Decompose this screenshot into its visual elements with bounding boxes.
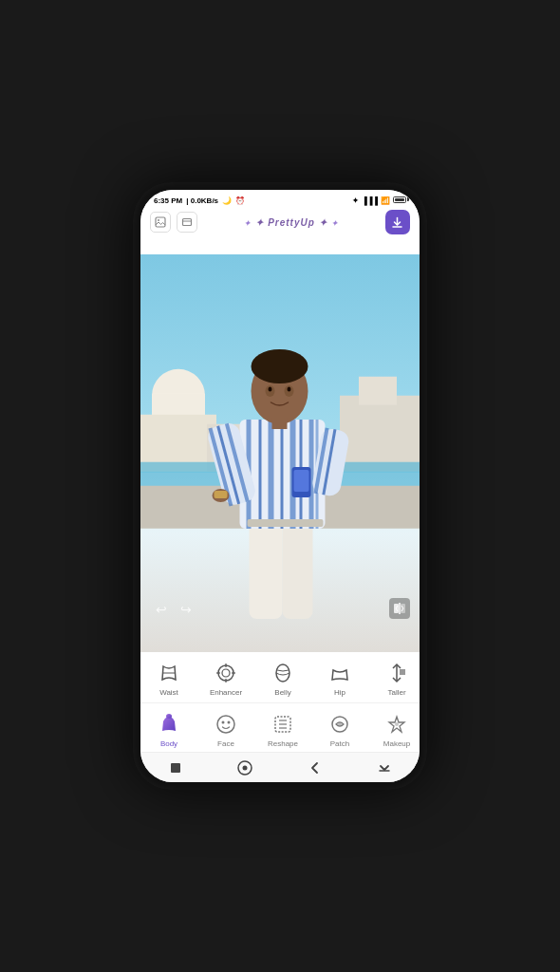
phone-screen: 6:35 PM | 0.0KB/s 🌙 ⏰ ✦ ▐▐▐ 📶 <box>140 190 420 782</box>
svg-rect-42 <box>248 519 324 527</box>
category-face[interactable]: Face <box>197 707 254 750</box>
tools-section: Waist Enhancer <box>140 652 420 752</box>
battery-fill <box>395 198 404 201</box>
waist-icon <box>156 660 182 686</box>
category-reshape[interactable]: Reshape <box>254 707 311 750</box>
category-patch[interactable]: Patch <box>311 707 368 750</box>
tool-waist[interactable]: Waist <box>140 658 197 699</box>
svg-point-49 <box>218 665 233 681</box>
body-cat-icon <box>156 711 182 738</box>
svg-rect-16 <box>283 514 313 619</box>
nav-home-button[interactable] <box>236 759 253 776</box>
category-row: Body Face <box>140 703 420 752</box>
status-time: 6:35 PM <box>154 196 182 205</box>
svg-point-50 <box>222 669 230 677</box>
back-icon <box>308 761 322 775</box>
tool-enhancer[interactable]: Enhancer <box>197 658 254 699</box>
app-title: ✦ ✦ PrettyUp ✦ ✦ <box>244 216 338 228</box>
wifi-icon: 📶 <box>381 196 390 205</box>
phone-device: 6:35 PM | 0.0KB/s 🌙 ⏰ ✦ ▐▐▐ 📶 <box>133 182 427 790</box>
body-cat-label: Body <box>160 739 177 748</box>
person-figure <box>197 334 364 628</box>
image-icon-button[interactable] <box>150 212 171 233</box>
battery-container <box>393 196 406 205</box>
layers-icon-button[interactable] <box>177 212 197 233</box>
status-left: 6:35 PM | 0.0KB/s 🌙 ⏰ <box>154 196 245 205</box>
reshape-cat-label: Reshape <box>268 739 298 748</box>
belly-label: Belly <box>274 688 290 697</box>
reshape-cat-icon <box>270 711 296 738</box>
svg-point-62 <box>217 716 234 733</box>
undo-button[interactable]: ↩ <box>152 600 171 619</box>
svg-point-34 <box>252 349 308 383</box>
status-bar: 6:35 PM | 0.0KB/s 🌙 ⏰ ✦ ▐▐▐ 📶 <box>140 190 420 209</box>
hip-label: Hip <box>334 688 345 697</box>
taller-label: Taller <box>387 688 405 697</box>
download-icon <box>391 216 403 229</box>
photo-controls-left: ↩ ↪ <box>152 600 196 619</box>
compare-button[interactable] <box>389 598 410 619</box>
compare-icon <box>393 602 406 615</box>
tool-hip[interactable]: Hip <box>311 658 368 699</box>
layers-icon <box>181 216 193 228</box>
body-tools-row: Waist Enhancer <box>140 652 420 703</box>
tool-taller[interactable]: Taller <box>368 658 420 699</box>
svg-point-63 <box>222 721 225 724</box>
category-body[interactable]: Body <box>140 707 197 750</box>
svg-point-64 <box>228 721 231 724</box>
signal-icon: ▐▐▐ <box>362 196 378 205</box>
svg-point-1 <box>158 219 159 221</box>
bottom-nav <box>140 752 420 782</box>
svg-rect-12 <box>359 377 397 405</box>
svg-point-38 <box>288 387 291 392</box>
status-network: | 0.0KB/s <box>186 196 218 205</box>
svg-rect-21 <box>281 420 284 529</box>
app-header: ✦ ✦ PrettyUp ✦ ✦ <box>140 209 420 235</box>
moon-icon: 🌙 <box>222 196 232 205</box>
svg-rect-75 <box>171 763 180 773</box>
svg-rect-20 <box>269 420 274 529</box>
makeup-cat-icon <box>383 711 410 738</box>
svg-rect-41 <box>294 470 309 492</box>
belly-icon <box>270 660 296 686</box>
svg-rect-44 <box>215 491 228 498</box>
waist-label: Waist <box>159 688 178 697</box>
status-right: ✦ ▐▐▐ 📶 <box>352 196 406 205</box>
enhancer-label: Enhancer <box>210 688 242 697</box>
svg-rect-15 <box>250 514 283 619</box>
svg-point-37 <box>269 387 272 392</box>
photo-canvas[interactable]: ↩ ↪ <box>140 254 420 652</box>
redo-button[interactable]: ↪ <box>177 600 196 619</box>
patch-cat-icon <box>327 711 353 738</box>
nav-menu-button[interactable] <box>376 759 393 776</box>
svg-rect-0 <box>156 217 165 227</box>
svg-point-61 <box>166 714 172 719</box>
hip-icon <box>327 660 353 686</box>
svg-rect-19 <box>259 420 262 529</box>
svg-point-70 <box>338 722 342 726</box>
svg-point-77 <box>243 765 248 770</box>
alarm-icon: ⏰ <box>235 196 245 205</box>
nav-back-button[interactable] <box>307 759 324 776</box>
svg-rect-39 <box>272 418 288 429</box>
enhancer-icon <box>213 660 239 686</box>
download-button[interactable] <box>385 210 410 234</box>
menu-icon <box>378 761 391 775</box>
stop-icon <box>169 761 182 775</box>
face-cat-label: Face <box>217 739 234 748</box>
tool-belly[interactable]: Belly <box>254 658 311 699</box>
category-makeup[interactable]: Makeup <box>368 707 420 750</box>
bluetooth-icon: ✦ <box>352 196 359 205</box>
svg-rect-2 <box>183 219 192 226</box>
patch-cat-label: Patch <box>330 739 349 748</box>
svg-point-55 <box>276 664 289 682</box>
makeup-cat-label: Makeup <box>383 739 410 748</box>
face-cat-icon <box>213 711 239 738</box>
header-left-icons <box>150 212 197 233</box>
image-icon <box>155 216 166 228</box>
battery-icon <box>393 196 406 203</box>
taller-icon <box>383 660 410 686</box>
svg-point-71 <box>395 722 399 726</box>
home-circle-icon <box>237 760 252 776</box>
nav-stop-button[interactable] <box>167 759 184 776</box>
